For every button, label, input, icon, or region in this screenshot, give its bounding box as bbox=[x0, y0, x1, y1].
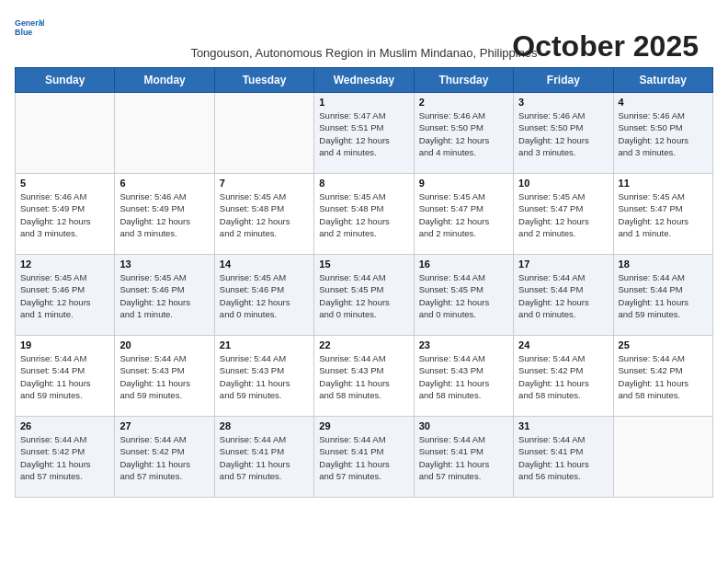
day-number: 6 bbox=[119, 178, 209, 189]
calendar-week-1: 1Sunrise: 5:47 AM Sunset: 5:51 PM Daylig… bbox=[16, 93, 713, 174]
day-number: 27 bbox=[119, 420, 209, 431]
cell-info: Sunrise: 5:44 AM Sunset: 5:44 PM Dayligh… bbox=[619, 271, 708, 320]
cell-info: Sunrise: 5:45 AM Sunset: 5:47 PM Dayligh… bbox=[518, 190, 608, 239]
calendar-cell: 21Sunrise: 5:44 AM Sunset: 5:43 PM Dayli… bbox=[214, 336, 313, 417]
cell-info: Sunrise: 5:45 AM Sunset: 5:48 PM Dayligh… bbox=[319, 190, 408, 239]
day-number: 22 bbox=[319, 339, 408, 350]
day-number: 7 bbox=[220, 178, 309, 189]
day-number: 16 bbox=[419, 259, 508, 270]
calendar-cell: 11Sunrise: 5:45 AM Sunset: 5:47 PM Dayli… bbox=[613, 174, 712, 255]
day-number: 21 bbox=[220, 339, 309, 350]
cell-info: Sunrise: 5:46 AM Sunset: 5:50 PM Dayligh… bbox=[619, 109, 708, 158]
calendar-cell: 28Sunrise: 5:44 AM Sunset: 5:41 PM Dayli… bbox=[214, 417, 313, 498]
cell-info: Sunrise: 5:46 AM Sunset: 5:49 PM Dayligh… bbox=[20, 190, 109, 239]
day-number: 15 bbox=[319, 259, 408, 270]
header-tuesday: Tuesday bbox=[214, 68, 313, 93]
calendar-cell: 12Sunrise: 5:45 AM Sunset: 5:46 PM Dayli… bbox=[16, 255, 115, 336]
day-number: 10 bbox=[518, 178, 608, 189]
cell-info: Sunrise: 5:44 AM Sunset: 5:43 PM Dayligh… bbox=[119, 352, 209, 401]
calendar-cell: 7Sunrise: 5:45 AM Sunset: 5:48 PM Daylig… bbox=[214, 174, 313, 255]
calendar-cell: 19Sunrise: 5:44 AM Sunset: 5:44 PM Dayli… bbox=[16, 336, 115, 417]
calendar-cell: 17Sunrise: 5:44 AM Sunset: 5:44 PM Dayli… bbox=[514, 255, 613, 336]
calendar-cell: 4Sunrise: 5:46 AM Sunset: 5:50 PM Daylig… bbox=[613, 93, 712, 174]
day-number: 28 bbox=[220, 420, 309, 431]
header-friday: Friday bbox=[514, 68, 613, 93]
calendar-cell: 16Sunrise: 5:44 AM Sunset: 5:45 PM Dayli… bbox=[414, 255, 513, 336]
day-number: 30 bbox=[419, 420, 508, 431]
day-number: 11 bbox=[619, 178, 708, 189]
calendar-cell: 22Sunrise: 5:44 AM Sunset: 5:43 PM Dayli… bbox=[314, 336, 414, 417]
day-number: 23 bbox=[419, 339, 508, 350]
day-number: 5 bbox=[20, 178, 109, 189]
day-number: 3 bbox=[518, 97, 608, 108]
calendar-table: Sunday Monday Tuesday Wednesday Thursday… bbox=[15, 67, 713, 498]
cell-info: Sunrise: 5:44 AM Sunset: 5:43 PM Dayligh… bbox=[319, 352, 408, 401]
cell-info: Sunrise: 5:44 AM Sunset: 5:43 PM Dayligh… bbox=[419, 352, 508, 401]
header-row: Sunday Monday Tuesday Wednesday Thursday… bbox=[16, 68, 713, 93]
cell-info: Sunrise: 5:44 AM Sunset: 5:41 PM Dayligh… bbox=[220, 433, 309, 482]
top-area: General Blue October 2025 bbox=[15, 15, 713, 40]
cell-info: Sunrise: 5:46 AM Sunset: 5:50 PM Dayligh… bbox=[419, 109, 508, 158]
calendar-cell: 29Sunrise: 5:44 AM Sunset: 5:41 PM Dayli… bbox=[314, 417, 414, 498]
calendar-cell: 13Sunrise: 5:45 AM Sunset: 5:46 PM Dayli… bbox=[115, 255, 214, 336]
day-number: 17 bbox=[518, 259, 608, 270]
calendar-cell: 24Sunrise: 5:44 AM Sunset: 5:42 PM Dayli… bbox=[514, 336, 613, 417]
calendar-cell: 8Sunrise: 5:45 AM Sunset: 5:48 PM Daylig… bbox=[314, 174, 414, 255]
cell-info: Sunrise: 5:44 AM Sunset: 5:42 PM Dayligh… bbox=[20, 433, 109, 482]
cell-info: Sunrise: 5:46 AM Sunset: 5:50 PM Dayligh… bbox=[518, 109, 608, 158]
cell-info: Sunrise: 5:44 AM Sunset: 5:41 PM Dayligh… bbox=[319, 433, 408, 482]
cell-info: Sunrise: 5:45 AM Sunset: 5:47 PM Dayligh… bbox=[619, 190, 708, 239]
day-number: 2 bbox=[419, 97, 508, 108]
cell-info: Sunrise: 5:44 AM Sunset: 5:42 PM Dayligh… bbox=[119, 433, 209, 482]
calendar-cell: 9Sunrise: 5:45 AM Sunset: 5:47 PM Daylig… bbox=[414, 174, 513, 255]
cell-info: Sunrise: 5:45 AM Sunset: 5:47 PM Dayligh… bbox=[419, 190, 508, 239]
day-number: 19 bbox=[20, 339, 109, 350]
cell-info: Sunrise: 5:44 AM Sunset: 5:45 PM Dayligh… bbox=[419, 271, 508, 320]
calendar-week-3: 12Sunrise: 5:45 AM Sunset: 5:46 PM Dayli… bbox=[16, 255, 713, 336]
day-number: 1 bbox=[319, 97, 408, 108]
day-number: 13 bbox=[119, 259, 209, 270]
calendar-cell: 20Sunrise: 5:44 AM Sunset: 5:43 PM Dayli… bbox=[115, 336, 214, 417]
calendar-cell: 27Sunrise: 5:44 AM Sunset: 5:42 PM Dayli… bbox=[115, 417, 214, 498]
cell-info: Sunrise: 5:45 AM Sunset: 5:48 PM Dayligh… bbox=[220, 190, 309, 239]
cell-info: Sunrise: 5:45 AM Sunset: 5:46 PM Dayligh… bbox=[119, 271, 209, 320]
cell-info: Sunrise: 5:45 AM Sunset: 5:46 PM Dayligh… bbox=[20, 271, 109, 320]
day-number: 14 bbox=[220, 259, 309, 270]
calendar-week-5: 26Sunrise: 5:44 AM Sunset: 5:42 PM Dayli… bbox=[16, 417, 713, 498]
logo-icon: General Blue bbox=[15, 15, 44, 40]
svg-text:Blue: Blue bbox=[15, 28, 32, 37]
calendar-cell bbox=[16, 93, 115, 174]
title-section: October 2025 bbox=[512, 29, 699, 63]
calendar-cell: 26Sunrise: 5:44 AM Sunset: 5:42 PM Dayli… bbox=[16, 417, 115, 498]
calendar-week-2: 5Sunrise: 5:46 AM Sunset: 5:49 PM Daylig… bbox=[16, 174, 713, 255]
calendar-cell: 3Sunrise: 5:46 AM Sunset: 5:50 PM Daylig… bbox=[514, 93, 613, 174]
day-number: 24 bbox=[518, 339, 608, 350]
calendar-cell: 23Sunrise: 5:44 AM Sunset: 5:43 PM Dayli… bbox=[414, 336, 513, 417]
header-sunday: Sunday bbox=[16, 68, 115, 93]
cell-info: Sunrise: 5:44 AM Sunset: 5:41 PM Dayligh… bbox=[419, 433, 508, 482]
cell-info: Sunrise: 5:45 AM Sunset: 5:46 PM Dayligh… bbox=[220, 271, 309, 320]
cell-info: Sunrise: 5:44 AM Sunset: 5:42 PM Dayligh… bbox=[619, 352, 708, 401]
calendar-cell bbox=[613, 417, 712, 498]
cell-info: Sunrise: 5:44 AM Sunset: 5:44 PM Dayligh… bbox=[518, 271, 608, 320]
header-wednesday: Wednesday bbox=[314, 68, 414, 93]
calendar-cell: 25Sunrise: 5:44 AM Sunset: 5:42 PM Dayli… bbox=[613, 336, 712, 417]
calendar-cell: 18Sunrise: 5:44 AM Sunset: 5:44 PM Dayli… bbox=[613, 255, 712, 336]
cell-info: Sunrise: 5:44 AM Sunset: 5:45 PM Dayligh… bbox=[319, 271, 408, 320]
calendar-body: 1Sunrise: 5:47 AM Sunset: 5:51 PM Daylig… bbox=[16, 93, 713, 498]
cell-info: Sunrise: 5:44 AM Sunset: 5:41 PM Dayligh… bbox=[518, 433, 608, 482]
header-thursday: Thursday bbox=[414, 68, 513, 93]
calendar-cell: 30Sunrise: 5:44 AM Sunset: 5:41 PM Dayli… bbox=[414, 417, 513, 498]
calendar-cell: 1Sunrise: 5:47 AM Sunset: 5:51 PM Daylig… bbox=[314, 93, 414, 174]
month-title: October 2025 bbox=[512, 29, 699, 63]
header-monday: Monday bbox=[115, 68, 214, 93]
day-number: 20 bbox=[119, 339, 209, 350]
day-number: 29 bbox=[319, 420, 408, 431]
day-number: 26 bbox=[20, 420, 109, 431]
calendar-cell: 15Sunrise: 5:44 AM Sunset: 5:45 PM Dayli… bbox=[314, 255, 414, 336]
day-number: 8 bbox=[319, 178, 408, 189]
cell-info: Sunrise: 5:47 AM Sunset: 5:51 PM Dayligh… bbox=[319, 109, 408, 158]
day-number: 18 bbox=[619, 259, 708, 270]
calendar-cell: 5Sunrise: 5:46 AM Sunset: 5:49 PM Daylig… bbox=[16, 174, 115, 255]
calendar-header: Sunday Monday Tuesday Wednesday Thursday… bbox=[16, 68, 713, 93]
